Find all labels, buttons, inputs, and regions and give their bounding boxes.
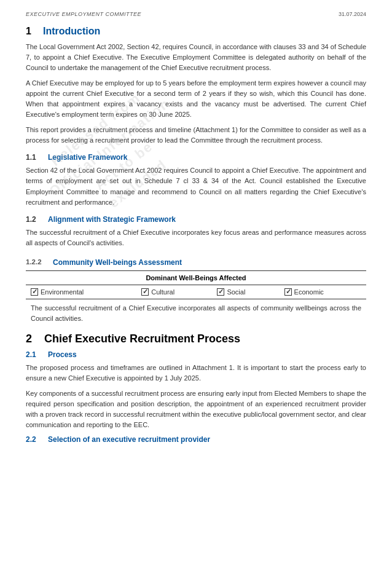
subsection-1-2-title: 1.2 Alignment with Strategic Framework <box>26 215 366 224</box>
checkbox-environmental <box>31 288 38 296</box>
subsection-2-1-para-1: The proposed process and timeframes are … <box>26 363 366 384</box>
community-para: The successful recruitment of a Chief Ex… <box>31 301 361 324</box>
label-economic: Economic <box>294 288 324 296</box>
dominant-environmental: Environmental <box>26 285 136 299</box>
dominant-cultural: Cultural <box>136 285 212 299</box>
section-2-title: 2 Chief Executive Recruitment Process <box>26 333 366 345</box>
section-1-para-1: The Local Government Act 2002, Section 4… <box>26 42 366 73</box>
section-1-para-3: This report provides a recruitment proce… <box>26 125 366 146</box>
label-environmental: Environmental <box>41 288 84 296</box>
subsection-1-2-para: The successful recruitment of a Chief Ex… <box>26 227 366 248</box>
checkbox-cultural <box>141 288 149 296</box>
section-1-num: 1 <box>26 26 43 37</box>
dominant-social: Social <box>212 285 279 299</box>
page: Released fromOfficial InformationAct to … <box>0 0 392 571</box>
section-1-title: 1 Introduction <box>26 26 366 37</box>
subsection-2-1-heading: Process <box>48 350 77 359</box>
section-1-heading: Introduction <box>43 26 100 37</box>
section-2-heading: Chief Executive Recruitment Process <box>44 333 240 345</box>
section-2-num: 2 <box>26 333 44 345</box>
header-committee: Executive Employment Committee <box>26 11 141 17</box>
subsection-1-2-2-num: 1.2.2 <box>26 258 53 266</box>
subsection-2-1-para-2: Key components of a successful recruitme… <box>26 388 366 430</box>
subsection-1-2-2-title: 1.2.2 Community Well-beings Assessment <box>26 258 366 267</box>
subsection-1-1-num: 1.1 <box>26 153 48 162</box>
subsection-1-2-heading: Alignment with Strategic Framework <box>48 215 176 224</box>
subsection-2-2-num: 2.2 <box>26 435 48 444</box>
page-header: Executive Employment Committee 31.07.202… <box>26 11 366 17</box>
dominant-table-header: Dominant Well-Beings Affected <box>26 270 366 285</box>
subsection-1-1-para: Section 42 of the Local Government Act 2… <box>26 165 366 207</box>
subsection-2-2-heading: Selection of an executive recruitment pr… <box>48 435 210 444</box>
subsection-1-1-heading: Legislative Framework <box>48 153 127 162</box>
dominant-table: Dominant Well-Beings Affected Environmen… <box>26 270 366 299</box>
subsection-2-1-num: 2.1 <box>26 350 48 359</box>
checkbox-economic <box>284 288 292 296</box>
checkbox-social <box>217 288 224 296</box>
subsection-2-1-title: 2.1 Process <box>26 350 366 359</box>
subsection-1-2-num: 1.2 <box>26 215 48 224</box>
dominant-economic: Economic <box>280 285 366 299</box>
label-cultural: Cultural <box>151 288 174 296</box>
header-date: 31.07.2024 <box>339 11 366 17</box>
section-1-para-2: A Chief Executive may be employed for up… <box>26 78 366 120</box>
subsection-1-2-2-heading: Community Well-beings Assessment <box>53 258 182 267</box>
subsection-1-1-title: 1.1 Legislative Framework <box>26 153 366 162</box>
label-social: Social <box>227 288 245 296</box>
subsection-2-2-title: 2.2 Selection of an executive recruitmen… <box>26 435 366 444</box>
dominant-table-row: Environmental Cultural Social <box>26 285 366 299</box>
